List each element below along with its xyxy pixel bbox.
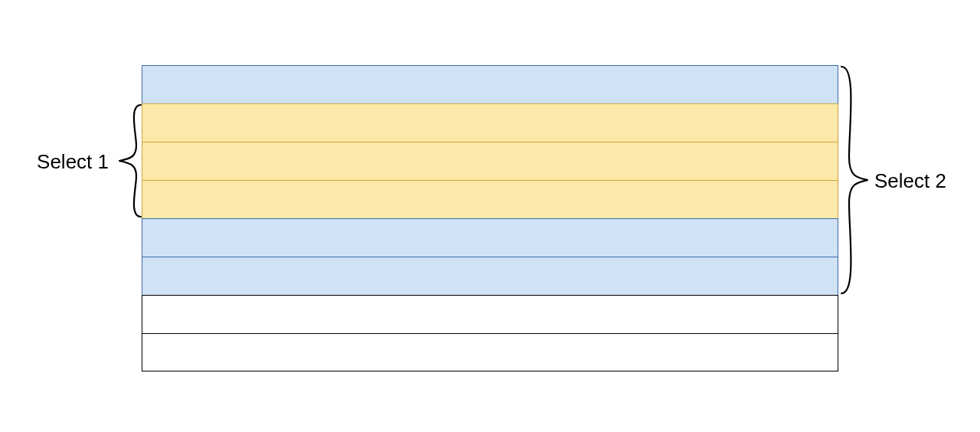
row-5 <box>142 218 838 257</box>
row-3 <box>142 142 838 180</box>
brace-select-2 <box>837 65 872 295</box>
brace-select-1 <box>113 103 144 218</box>
row-8 <box>142 333 838 371</box>
diagram-stage: Select 1 Select 2 <box>0 0 980 432</box>
row-2 <box>142 103 838 142</box>
label-select-1: Select 1 <box>28 150 109 174</box>
label-select-2: Select 2 <box>874 169 946 193</box>
row-7 <box>142 295 838 333</box>
row-6 <box>142 257 838 295</box>
row-stack <box>142 65 838 371</box>
row-4 <box>142 180 838 218</box>
row-1 <box>142 65 838 103</box>
